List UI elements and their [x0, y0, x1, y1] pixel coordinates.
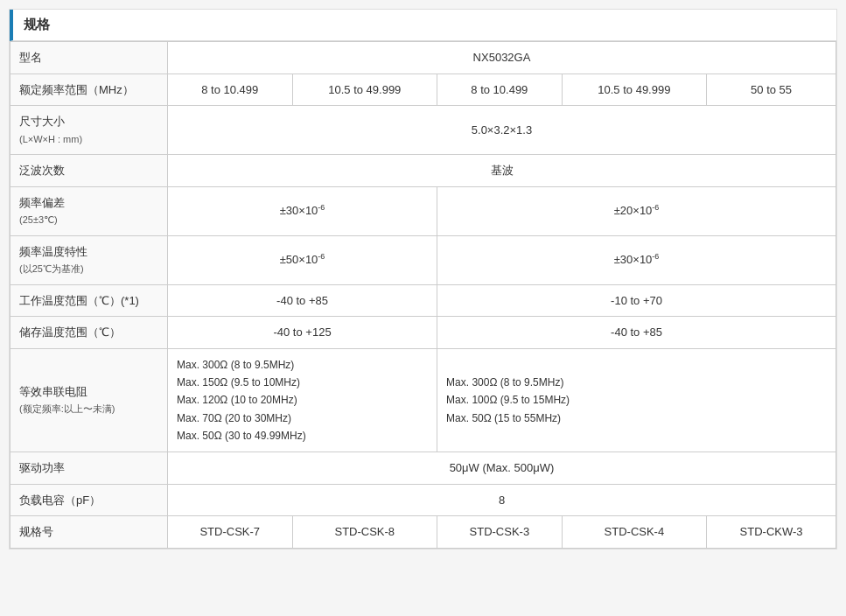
drive-level-value: 50μW (Max. 500μW)	[168, 452, 836, 485]
freq-temp-group1: ±50×10-6	[168, 235, 437, 284]
op-temp-group2: -10 to +70	[437, 284, 836, 317]
part-num-4: STD-CSK-4	[562, 516, 707, 549]
model-label: 型名	[10, 42, 168, 74]
esr-row: 等效串联电阻(额定频率:以上〜未满) Max. 300Ω (8 to 9.5MH…	[10, 348, 836, 452]
freq-range-label: 额定频率范围（MHz）	[10, 74, 168, 106]
freq-temp-row: 频率温度特性(以25℃为基准) ±50×10-6 ±30×10-6	[10, 235, 836, 284]
esr-group1: Max. 300Ω (8 to 9.5MHz) Max. 150Ω (9.5 t…	[168, 348, 437, 452]
freq-deviation-group1: ±30×10-6	[168, 186, 437, 235]
page-container: 规格 型名 NX5032GA 额定频率范围（MHz） 8 to 10.499 1…	[9, 9, 837, 550]
storage-temp-group2: -40 to +85	[437, 317, 836, 349]
model-value: NX5032GA	[168, 42, 836, 74]
size-label: 尺寸大小(L×W×H : mm)	[10, 106, 168, 155]
freq-col-4: 10.5 to 49.999	[562, 74, 707, 106]
section-title: 规格	[10, 10, 836, 41]
esr-label: 等效串联电阻(额定频率:以上〜未满)	[10, 348, 168, 452]
model-row: 型名 NX5032GA	[10, 42, 836, 74]
freq-temp-group2: ±30×10-6	[437, 235, 836, 284]
part-number-label: 规格号	[10, 516, 168, 549]
load-cap-value: 8	[168, 484, 836, 516]
storage-temp-group1: -40 to +125	[168, 317, 437, 349]
freq-range-row: 额定频率范围（MHz） 8 to 10.499 10.5 to 49.999 8…	[10, 74, 836, 106]
op-temp-row: 工作温度范围（℃）(*1) -40 to +85 -10 to +70	[10, 284, 836, 317]
load-cap-row: 负载电容（pF） 8	[10, 484, 836, 516]
freq-col-1: 8 to 10.499	[168, 74, 293, 106]
freq-col-5: 50 to 55	[707, 74, 836, 106]
freq-temp-label: 频率温度特性(以25℃为基准)	[10, 235, 168, 284]
part-num-1: STD-CSK-7	[168, 516, 293, 549]
op-temp-group1: -40 to +85	[168, 284, 437, 317]
size-value: 5.0×3.2×1.3	[168, 106, 836, 155]
op-temp-label: 工作温度范围（℃）(*1)	[10, 284, 168, 317]
freq-col-3: 8 to 10.499	[437, 74, 563, 106]
part-num-5: STD-CKW-3	[707, 516, 836, 549]
overtone-value: 基波	[168, 155, 836, 187]
freq-col-2: 10.5 to 49.999	[292, 74, 437, 106]
overtone-label: 泛波次数	[10, 155, 168, 187]
size-row: 尺寸大小(L×W×H : mm) 5.0×3.2×1.3	[10, 106, 836, 155]
drive-level-label: 驱动功率	[10, 452, 168, 485]
freq-deviation-group2: ±20×10-6	[437, 186, 836, 235]
freq-deviation-label: 频率偏差(25±3℃)	[10, 186, 168, 235]
part-num-2: STD-CSK-8	[292, 516, 437, 549]
specs-table: 型名 NX5032GA 额定频率范围（MHz） 8 to 10.499 10.5…	[10, 41, 836, 549]
storage-temp-row: 储存温度范围（℃） -40 to +125 -40 to +85	[10, 317, 836, 349]
drive-level-row: 驱动功率 50μW (Max. 500μW)	[10, 452, 836, 485]
storage-temp-label: 储存温度范围（℃）	[10, 317, 168, 349]
part-number-row: 规格号 STD-CSK-7 STD-CSK-8 STD-CSK-3 STD-CS…	[10, 516, 836, 549]
freq-deviation-row: 频率偏差(25±3℃) ±30×10-6 ±20×10-6	[10, 186, 836, 235]
load-cap-label: 负载电容（pF）	[10, 484, 168, 516]
overtone-row: 泛波次数 基波	[10, 155, 836, 187]
esr-group2: Max. 300Ω (8 to 9.5MHz) Max. 100Ω (9.5 t…	[437, 348, 836, 452]
part-num-3: STD-CSK-3	[437, 516, 563, 549]
